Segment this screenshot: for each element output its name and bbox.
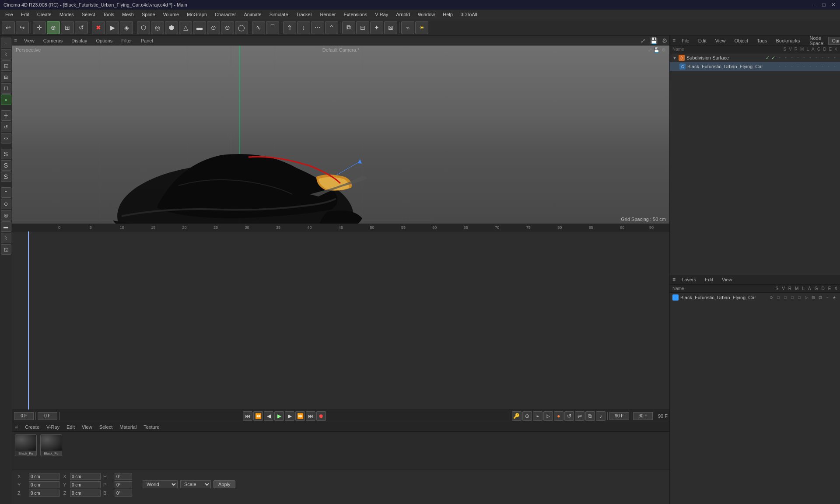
apply-button[interactable]: Apply bbox=[214, 480, 235, 488]
menu-item-simulate[interactable]: Simulate bbox=[266, 11, 292, 18]
render-settings-button[interactable]: ◈ bbox=[120, 21, 133, 34]
p-input[interactable] bbox=[115, 481, 132, 488]
menu-item-file[interactable]: File bbox=[2, 11, 17, 18]
select-all-button[interactable]: ☐ bbox=[1, 83, 11, 94]
cone-button[interactable]: △ bbox=[179, 21, 192, 34]
menu-item-tools[interactable]: Tools bbox=[99, 11, 118, 18]
layer-icon-render[interactable]: □ bbox=[782, 294, 788, 301]
start-frame-input[interactable] bbox=[38, 412, 57, 420]
viewport-menu-icon[interactable]: ≡ bbox=[14, 38, 17, 44]
layer-tab-edit[interactable]: Edit bbox=[702, 276, 716, 283]
light-button[interactable]: ☀ bbox=[415, 21, 428, 34]
y-position-input[interactable] bbox=[29, 481, 60, 488]
layer-tab-layers[interactable]: Layers bbox=[679, 276, 699, 283]
scale-tool-button[interactable]: ⊞ bbox=[61, 21, 74, 34]
obj-tab-edit[interactable]: Edit bbox=[696, 37, 709, 44]
viewport-tab-filter[interactable]: Filter bbox=[118, 37, 135, 44]
menu-item-modes[interactable]: Modes bbox=[56, 11, 77, 18]
viewport-tab-options[interactable]: Options bbox=[92, 37, 116, 44]
scale-select[interactable]: Scale bbox=[180, 480, 211, 488]
flatten-button[interactable]: ▬ bbox=[1, 221, 11, 232]
play-button[interactable]: ▶ bbox=[274, 411, 284, 421]
prev-frame-button[interactable]: ◀ bbox=[264, 411, 273, 421]
menu-item-tracker[interactable]: Tracker bbox=[293, 11, 316, 18]
viewport-icon-2[interactable]: 💾 bbox=[654, 47, 660, 53]
render-sequence-button[interactable]: ● bbox=[554, 411, 564, 421]
layer-icon-solo[interactable]: ⊙ bbox=[768, 294, 774, 301]
material-tab-view[interactable]: View bbox=[80, 424, 94, 430]
layer-icon-deformers[interactable]: ⊡ bbox=[817, 294, 823, 301]
timeline-tracks[interactable] bbox=[12, 231, 669, 410]
obj-collapse-arrow[interactable]: ▼ bbox=[672, 56, 677, 60]
z-size-input[interactable] bbox=[70, 490, 101, 497]
obj-tab-bookmarks[interactable]: Bookmarks bbox=[773, 37, 802, 44]
tube-button[interactable]: ◯ bbox=[235, 21, 248, 34]
material-menu-icon[interactable]: ≡ bbox=[15, 424, 18, 430]
layer-icon-animate[interactable]: ▷ bbox=[803, 294, 809, 301]
capsule-button[interactable]: ⊝ bbox=[221, 21, 234, 34]
menu-item-character[interactable]: Character bbox=[211, 11, 239, 18]
go-to-end-button[interactable]: ⏭ bbox=[306, 411, 315, 421]
rotate-tool-button[interactable]: ↺ bbox=[75, 21, 88, 34]
move-tool-button[interactable]: ✛ bbox=[33, 21, 46, 34]
material-tab-texture[interactable]: Texture bbox=[142, 424, 161, 430]
viewport[interactable]: Z Y Perspective Default Camera.* ⤢ 💾 ⚙ G… bbox=[12, 46, 669, 224]
layer-item-car[interactable]: Black_Futuristic_Urban_Flying_Car ⊙ □ □ … bbox=[670, 293, 840, 302]
current-frame-input[interactable] bbox=[14, 412, 34, 420]
menu-item-spline[interactable]: Spline bbox=[138, 11, 159, 18]
torus-button[interactable]: ⊙ bbox=[207, 21, 220, 34]
bezier-button[interactable]: ⌒ bbox=[266, 21, 279, 34]
menu-item-mograph[interactable]: MoGraph bbox=[183, 11, 210, 18]
plane-button[interactable]: ▬ bbox=[193, 21, 206, 34]
uvw-mode-button[interactable]: ⊞ bbox=[1, 72, 11, 82]
object-item-subdivision[interactable]: ▼ ⬡ Subdivision Surface ✓ ✓ · · · · · · … bbox=[670, 53, 840, 62]
extrude-button[interactable]: ⇑ bbox=[283, 21, 296, 34]
shuffle-button[interactable]: ⇌ bbox=[575, 411, 584, 421]
live-select-button[interactable]: ● bbox=[1, 94, 11, 105]
smooth-button[interactable]: ⊙ bbox=[1, 199, 11, 209]
path-button[interactable]: ⌁ bbox=[533, 411, 542, 421]
obj-tab-object[interactable]: Object bbox=[732, 37, 751, 44]
next-frame-button[interactable]: ▶ bbox=[285, 411, 294, 421]
prev-key-button[interactable]: ⏪ bbox=[253, 411, 263, 421]
magnet-button[interactable]: S bbox=[1, 149, 11, 159]
viewport-expand-button[interactable]: ⤢ bbox=[640, 37, 646, 44]
viewport-tab-panel[interactable]: Panel bbox=[137, 37, 157, 44]
loop-button[interactable]: ↺ bbox=[564, 411, 574, 421]
layer-icon-manager[interactable]: □ bbox=[789, 294, 795, 301]
viewport-save-button[interactable]: 💾 bbox=[650, 37, 658, 44]
obj-tab-file[interactable]: File bbox=[679, 37, 692, 44]
material-tab-create[interactable]: Create bbox=[23, 424, 41, 430]
erase-button[interactable]: ◱ bbox=[1, 244, 11, 255]
x-size-input[interactable] bbox=[70, 473, 101, 480]
motion-record-button[interactable]: ⊙ bbox=[522, 411, 532, 421]
deformer-button[interactable]: ⌁ bbox=[401, 21, 414, 34]
auto-key-button[interactable]: 🔑 bbox=[512, 411, 522, 421]
menu-item-v-ray[interactable]: V-Ray bbox=[371, 11, 392, 18]
minimize-button[interactable]: ─ bbox=[811, 2, 817, 8]
sculpt-button[interactable]: ⌃ bbox=[1, 187, 11, 198]
spline-button[interactable]: ∿ bbox=[252, 21, 265, 34]
polygons-mode-button[interactable]: ◱ bbox=[1, 60, 11, 71]
knife-button[interactable]: S bbox=[1, 172, 11, 182]
menu-item-create[interactable]: Create bbox=[34, 11, 55, 18]
layer-icon-effects[interactable]: ★ bbox=[831, 294, 837, 301]
h-input[interactable] bbox=[115, 473, 132, 480]
layer-icon-expressions[interactable]: ⋯ bbox=[824, 294, 830, 301]
menu-item-3dtoall[interactable]: 3DToAll bbox=[457, 11, 481, 18]
subdivision-button[interactable]: ⧉ bbox=[342, 21, 355, 34]
viewport-tab-cameras[interactable]: Cameras bbox=[40, 37, 66, 44]
sweep-button[interactable]: ⌃ bbox=[325, 21, 338, 34]
material-tab-material[interactable]: Material bbox=[118, 424, 138, 430]
layer-icon-visible[interactable]: □ bbox=[775, 294, 781, 301]
viewport-icon-3[interactable]: ⚙ bbox=[662, 47, 666, 53]
z-position-input[interactable] bbox=[29, 490, 60, 497]
y-size-input[interactable] bbox=[70, 481, 101, 488]
menu-item-volume[interactable]: Volume bbox=[160, 11, 183, 18]
scale-button[interactable]: ⇔ bbox=[1, 133, 11, 144]
material-tab-vray[interactable]: V-Ray bbox=[45, 424, 61, 430]
null-button[interactable]: ✦ bbox=[370, 21, 383, 34]
playback-end-input[interactable] bbox=[633, 412, 653, 420]
preview-button[interactable]: ▷ bbox=[543, 411, 553, 421]
go-to-start-button[interactable]: ⏮ bbox=[243, 411, 252, 421]
